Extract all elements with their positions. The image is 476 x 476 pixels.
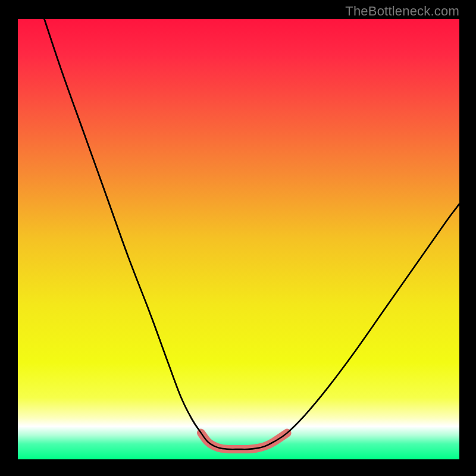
chart-frame: TheBottleneck.com (0, 0, 476, 476)
watermark-text: TheBottleneck.com (345, 4, 459, 19)
curve-main-path (45, 19, 459, 449)
bottleneck-curve-svg (18, 19, 459, 459)
curve-main-path (45, 19, 459, 449)
plot-area (18, 19, 459, 459)
